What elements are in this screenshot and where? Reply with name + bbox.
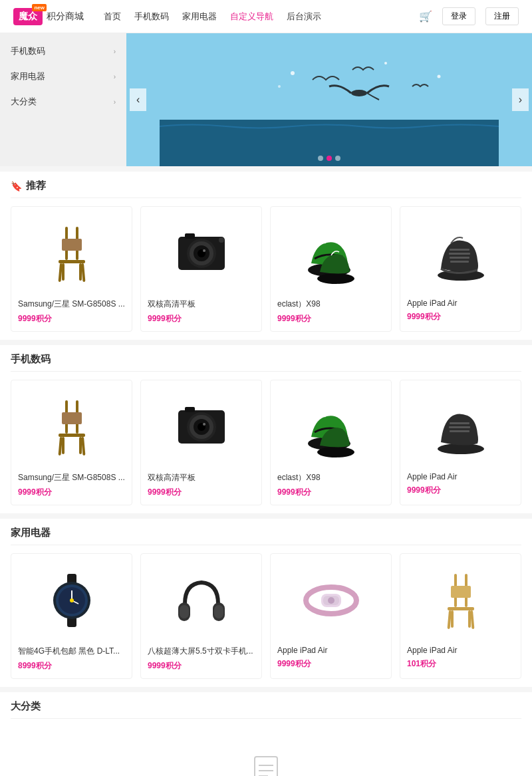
svg-point-24 bbox=[317, 273, 354, 284]
banner: ‹ › bbox=[126, 33, 532, 166]
svg-rect-62 bbox=[214, 605, 223, 618]
shoes-image bbox=[301, 220, 361, 287]
logo[interactable]: 魔众 new 积分商城 bbox=[13, 8, 84, 25]
banner-dot-2[interactable] bbox=[335, 156, 340, 161]
sidebar-item-categories[interactable]: 大分类 › bbox=[0, 89, 126, 114]
sidebar-item-appliance[interactable]: 家用电器 › bbox=[0, 64, 126, 89]
product-card-r0[interactable]: Samsung/三星 SM-G8508S ... 9999积分 bbox=[11, 206, 132, 332]
svg-rect-74 bbox=[468, 610, 471, 628]
banner-prev-button[interactable]: ‹ bbox=[130, 88, 146, 111]
product-card-r1[interactable]: 双核高清平板 9999积分 bbox=[140, 206, 262, 332]
product-card-m0[interactable]: Samsung/三星 SM-G8508S ... 9999积分 bbox=[11, 380, 132, 505]
logo-badge: new bbox=[32, 4, 47, 11]
sidebar-item-mobile[interactable]: 手机数码 › bbox=[0, 39, 126, 64]
product-card-a3[interactable]: Apple iPad Air 101积分 bbox=[400, 553, 521, 679]
product-card-a2[interactable]: Apple iPad Air 9999积分 bbox=[270, 553, 392, 679]
product-card-m3[interactable]: Apple iPad Air 9999积分 bbox=[400, 380, 521, 505]
product-name-m1: 双核高清平板 bbox=[148, 472, 255, 483]
product-img-m3 bbox=[407, 387, 514, 467]
svg-point-6 bbox=[278, 85, 281, 88]
product-name-m2: eclast）X98 bbox=[277, 472, 384, 483]
product-price-m3: 9999积分 bbox=[407, 485, 514, 496]
boots-image bbox=[431, 223, 491, 283]
product-card-m1[interactable]: 双核高清平板 9999积分 bbox=[140, 380, 262, 505]
svg-rect-13 bbox=[62, 263, 65, 281]
product-name-a0: 智能4G手机包邮 黑色 D-LT... bbox=[18, 646, 125, 657]
svg-rect-36 bbox=[62, 437, 65, 454]
empty-icon bbox=[249, 753, 283, 776]
product-card-a0[interactable]: 智能4G手机包邮 黑色 D-LT... 8999积分 bbox=[11, 553, 132, 679]
recommend-title: 推荐 bbox=[26, 180, 46, 192]
product-name-a3: Apple iPad Air bbox=[407, 646, 514, 655]
svg-rect-69 bbox=[451, 586, 471, 598]
nav-mobile[interactable]: 手机数码 bbox=[134, 8, 169, 25]
nav-custom[interactable]: 自定义导航 bbox=[230, 8, 273, 25]
svg-point-3 bbox=[291, 71, 295, 75]
nav-appliance[interactable]: 家用电器 bbox=[182, 8, 217, 25]
svg-rect-49 bbox=[449, 426, 470, 428]
banner-next-button[interactable]: › bbox=[512, 88, 529, 111]
mobile-grid: Samsung/三星 SM-G8508S ... 9999积分 双核高清平板 bbox=[11, 380, 521, 505]
product-img-m1 bbox=[148, 387, 255, 467]
cart-icon[interactable]: 🛒 bbox=[419, 10, 432, 23]
svg-rect-10 bbox=[59, 260, 85, 263]
logo-brand: 魔众 bbox=[19, 11, 37, 21]
svg-rect-14 bbox=[79, 263, 82, 281]
register-button[interactable]: 注册 bbox=[485, 7, 519, 25]
svg-rect-61 bbox=[180, 605, 189, 618]
product-price-r2: 9999积分 bbox=[277, 313, 384, 324]
sidebar-arrow-0: › bbox=[114, 48, 116, 55]
appliance-header: 家用电器 bbox=[11, 527, 521, 545]
product-price-a2: 9999积分 bbox=[277, 658, 384, 670]
svg-point-43 bbox=[203, 423, 205, 426]
svg-rect-21 bbox=[185, 233, 195, 239]
product-price-a3: 101积分 bbox=[407, 658, 514, 670]
chair-image bbox=[45, 220, 98, 287]
product-name-m0: Samsung/三星 SM-G8508S ... bbox=[18, 472, 125, 483]
product-price-m2: 9999积分 bbox=[277, 487, 384, 498]
svg-rect-70 bbox=[448, 607, 474, 610]
sidebar-arrow-2: › bbox=[114, 98, 116, 106]
product-card-r2[interactable]: eclast）X98 9999积分 bbox=[270, 206, 392, 332]
nav-backend[interactable]: 后台演示 bbox=[287, 8, 321, 25]
recommend-icon: 🔖 bbox=[11, 181, 22, 192]
logo-box: 魔众 new bbox=[13, 8, 43, 25]
svg-rect-48 bbox=[450, 422, 469, 424]
svg-point-20 bbox=[203, 249, 205, 252]
mobile-header: 手机数码 bbox=[11, 353, 521, 372]
svg-rect-28 bbox=[450, 257, 469, 259]
banner-dot-0[interactable] bbox=[318, 156, 323, 161]
header-right: 🛒 登录 注册 bbox=[419, 7, 519, 25]
product-card-r3[interactable]: Apple iPad Air 9999积分 bbox=[400, 206, 521, 332]
svg-point-46 bbox=[317, 447, 354, 457]
recommend-header: 🔖 推荐 bbox=[11, 180, 521, 198]
product-img-a0 bbox=[18, 561, 125, 640]
svg-point-2 bbox=[351, 90, 367, 96]
product-card-a1[interactable]: 八核超薄大屏5.5寸双卡手机... 9999积分 bbox=[140, 553, 262, 679]
svg-rect-75 bbox=[255, 757, 277, 776]
banner-dot-1[interactable] bbox=[327, 156, 332, 161]
sidebar-categories-label: 大分类 bbox=[11, 96, 37, 108]
mobile-section: 手机数码 Samsung/三星 SM-G8508S ... bbox=[0, 345, 532, 513]
svg-point-5 bbox=[438, 75, 441, 78]
sidebar-mobile-label: 手机数码 bbox=[11, 45, 45, 57]
product-img-m0 bbox=[18, 387, 125, 467]
appliance-grid: 智能4G手机包邮 黑色 D-LT... 8999积分 八核超薄大屏5.5寸双卡手… bbox=[11, 553, 521, 679]
categories-title: 大分类 bbox=[11, 700, 41, 713]
login-button[interactable]: 登录 bbox=[442, 7, 475, 25]
page-container: 魔众 new 积分商城 首页 手机数码 家用电器 自定义导航 后台演示 🛒 登录… bbox=[0, 0, 532, 776]
logo-sub: 积分商城 bbox=[47, 11, 84, 23]
appliance-section: 家用电器 智能4G手机包邮 黑色 D-LT... bbox=[0, 519, 532, 687]
svg-rect-26 bbox=[450, 249, 469, 251]
product-card-m2[interactable]: eclast）X98 9999积分 bbox=[270, 380, 392, 505]
svg-point-58 bbox=[70, 598, 74, 602]
product-name-r0: Samsung/三星 SM-G8508S ... bbox=[18, 299, 125, 310]
svg-rect-44 bbox=[185, 407, 195, 412]
svg-rect-33 bbox=[59, 434, 85, 437]
product-img-a2 bbox=[277, 561, 384, 640]
banner-image bbox=[126, 33, 532, 166]
product-price-r1: 9999积分 bbox=[148, 313, 255, 324]
nav-home[interactable]: 首页 bbox=[104, 8, 121, 25]
product-price-a1: 9999积分 bbox=[148, 660, 255, 672]
svg-point-4 bbox=[384, 62, 387, 65]
